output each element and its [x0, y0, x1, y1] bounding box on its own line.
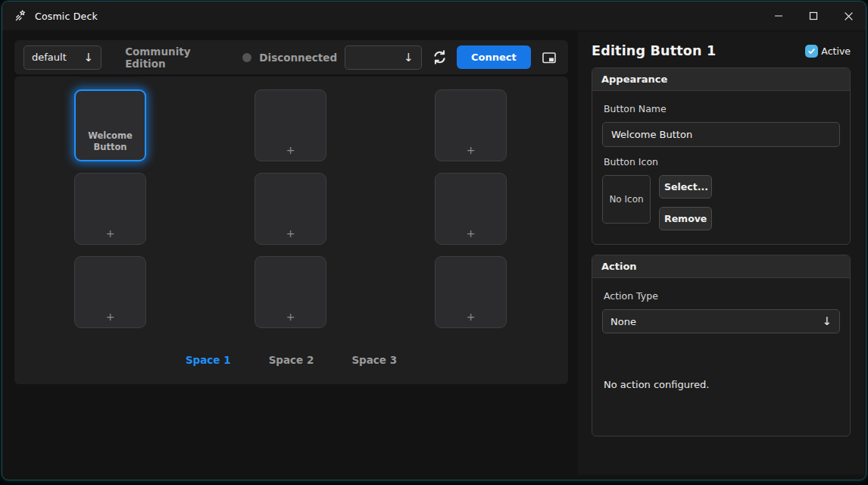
minimize-icon: [774, 11, 783, 20]
checkbox-checked-icon: [805, 45, 818, 58]
connection-status: Disconnected: [242, 52, 337, 64]
checkmark-icon: [807, 47, 816, 55]
toolbar: default ↓ Community Edition Disconnected…: [14, 40, 568, 74]
status-dot-icon: [242, 53, 251, 62]
maximize-button[interactable]: [796, 2, 831, 30]
close-button[interactable]: [831, 2, 866, 30]
app-window: Cosmic Deck default ↓ Community Edition …: [2, 1, 866, 480]
shooting-star-icon: [13, 8, 28, 23]
tab-space-3[interactable]: Space 3: [351, 354, 397, 366]
editor-title: Editing Button 1: [592, 43, 716, 58]
chevron-down-icon: ↓: [822, 314, 832, 328]
deck-button-5[interactable]: +: [254, 173, 326, 245]
deck-button-7[interactable]: +: [74, 256, 146, 328]
refresh-icon: [432, 49, 448, 65]
plus-icon: +: [467, 145, 476, 155]
tab-space-2[interactable]: Space 2: [269, 354, 314, 366]
icon-preview-box: No Icon: [602, 175, 651, 224]
titlebar: Cosmic Deck: [2, 2, 866, 30]
action-type-value: None: [610, 316, 636, 327]
chevron-down-icon: ↓: [84, 51, 94, 64]
plus-icon: +: [467, 311, 476, 322]
deck-panel: Welcome Button + + + + + + + + Space 1 S…: [14, 77, 568, 384]
tab-space-1[interactable]: Space 1: [186, 354, 231, 366]
editor-header: Editing Button 1 Active: [592, 43, 851, 58]
appearance-header: Appearance: [592, 68, 850, 91]
maximize-icon: [809, 11, 818, 20]
deck-button-9[interactable]: +: [435, 256, 507, 328]
profile-select[interactable]: default ↓: [23, 45, 101, 70]
profile-select-value: default: [32, 52, 67, 63]
active-label: Active: [821, 45, 851, 57]
plus-icon: +: [286, 311, 295, 322]
action-type-label: Action Type: [604, 290, 840, 302]
remove-icon-button[interactable]: Remove: [659, 207, 712, 230]
refresh-button[interactable]: [430, 46, 449, 69]
plus-icon: +: [286, 228, 295, 239]
plus-icon: +: [106, 311, 115, 322]
space-tabs: Space 1 Space 2 Space 3: [14, 354, 568, 366]
device-select[interactable]: ↓: [345, 45, 421, 70]
editor-panel: Editing Button 1 Active Appearance Butto…: [578, 32, 864, 474]
plus-icon: +: [467, 228, 476, 239]
edition-label: Community Edition: [125, 45, 217, 70]
deck-button-1[interactable]: Welcome Button: [74, 89, 146, 161]
button-name-input[interactable]: [602, 122, 840, 147]
deck-button-6[interactable]: +: [435, 173, 507, 245]
active-checkbox[interactable]: Active: [805, 45, 851, 58]
button-grid: Welcome Button + + + + + + + +: [74, 89, 507, 328]
popout-window-icon: [542, 50, 557, 65]
no-action-text: No action configured.: [604, 379, 840, 390]
deck-button-8[interactable]: +: [254, 256, 326, 328]
action-header: Action: [592, 255, 850, 278]
deck-button-label: Welcome Button: [76, 130, 145, 153]
app-title: Cosmic Deck: [35, 11, 98, 22]
minimize-button[interactable]: [761, 2, 796, 30]
select-icon-button[interactable]: Select...: [659, 175, 712, 199]
popout-button[interactable]: [540, 46, 559, 69]
action-section: Action Action Type None ↓ No action conf…: [592, 255, 851, 436]
deck-button-4[interactable]: +: [74, 173, 146, 245]
deck-button-3[interactable]: +: [435, 89, 507, 161]
action-type-select[interactable]: None ↓: [602, 309, 840, 333]
deck-button-2[interactable]: +: [254, 89, 326, 161]
close-icon: [844, 11, 854, 21]
button-icon-label: Button Icon: [604, 156, 840, 167]
no-icon-label: No Icon: [609, 194, 643, 205]
connect-button[interactable]: Connect: [457, 45, 531, 69]
chevron-down-icon: ↓: [404, 51, 414, 64]
plus-icon: +: [106, 228, 115, 239]
status-label: Disconnected: [259, 52, 337, 64]
button-name-label: Button Name: [604, 103, 840, 114]
window-controls: [761, 2, 866, 30]
appearance-section: Appearance Button Name Button Icon No Ic…: [592, 67, 851, 245]
plus-icon: +: [286, 145, 295, 155]
